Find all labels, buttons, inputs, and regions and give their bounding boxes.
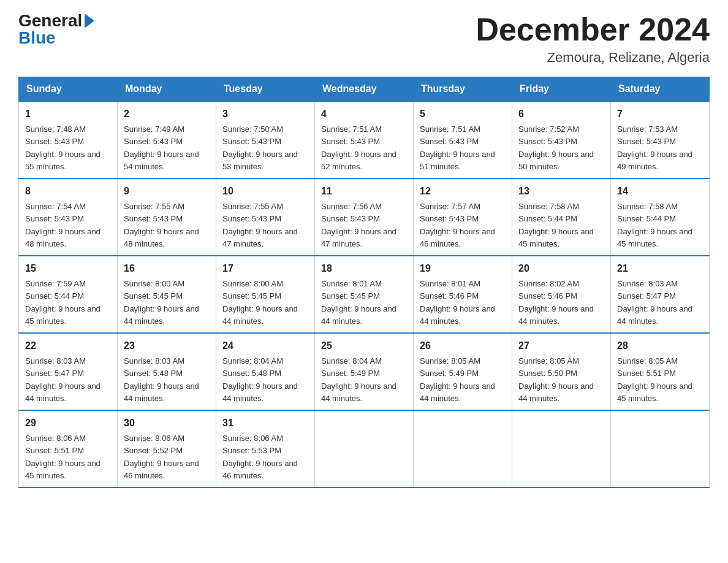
day-info: Sunrise: 7:55 AMSunset: 5:43 PMDaylight:… (124, 202, 199, 248)
calendar-cell: 6 Sunrise: 7:52 AMSunset: 5:43 PMDayligh… (512, 101, 611, 178)
calendar-cell: 22 Sunrise: 8:03 AMSunset: 5:47 PMDaylig… (19, 333, 118, 410)
day-info: Sunrise: 7:56 AMSunset: 5:43 PMDaylight:… (321, 202, 396, 248)
day-info: Sunrise: 7:55 AMSunset: 5:43 PMDaylight:… (222, 202, 298, 248)
day-info: Sunrise: 7:52 AMSunset: 5:43 PMDaylight:… (518, 124, 594, 171)
calendar-cell: 1 Sunrise: 7:48 AMSunset: 5:43 PMDayligh… (19, 101, 118, 178)
calendar-table: SundayMondayTuesdayWednesdayThursdayFrid… (18, 77, 710, 488)
page-header: General Blue December 2024 Zemoura, Reli… (18, 12, 710, 66)
day-number: 29 (25, 416, 111, 431)
calendar-cell: 15 Sunrise: 7:59 AMSunset: 5:44 PMDaylig… (19, 256, 118, 333)
calendar-cell (611, 410, 710, 488)
calendar-cell: 11 Sunrise: 7:56 AMSunset: 5:43 PMDaylig… (315, 178, 414, 256)
day-number: 13 (518, 184, 604, 199)
day-info: Sunrise: 7:48 AMSunset: 5:43 PMDaylight:… (25, 124, 100, 171)
calendar-cell (414, 410, 512, 488)
day-number: 2 (124, 107, 210, 121)
day-info: Sunrise: 7:51 AMSunset: 5:43 PMDaylight:… (420, 124, 495, 171)
day-info: Sunrise: 7:51 AMSunset: 5:43 PMDaylight:… (321, 124, 396, 171)
day-number: 24 (222, 339, 308, 353)
day-info: Sunrise: 8:06 AMSunset: 5:51 PMDaylight:… (25, 434, 100, 480)
calendar-cell: 9 Sunrise: 7:55 AMSunset: 5:43 PMDayligh… (118, 178, 216, 256)
day-info: Sunrise: 7:57 AMSunset: 5:43 PMDaylight:… (420, 202, 495, 248)
day-number: 23 (124, 339, 210, 353)
day-info: Sunrise: 7:54 AMSunset: 5:43 PMDaylight:… (25, 202, 100, 248)
day-header-saturday: Saturday (611, 77, 710, 102)
day-number: 16 (124, 261, 210, 276)
day-header-monday: Monday (118, 77, 216, 102)
day-info: Sunrise: 7:53 AMSunset: 5:43 PMDaylight:… (617, 124, 692, 171)
day-number: 26 (420, 339, 506, 353)
day-number: 11 (321, 184, 407, 199)
day-number: 8 (25, 184, 111, 199)
calendar-cell: 8 Sunrise: 7:54 AMSunset: 5:43 PMDayligh… (19, 178, 118, 256)
day-number: 1 (25, 107, 111, 121)
day-number: 20 (518, 261, 604, 276)
day-number: 4 (321, 107, 407, 121)
day-info: Sunrise: 8:00 AMSunset: 5:45 PMDaylight:… (124, 279, 199, 326)
day-info: Sunrise: 8:03 AMSunset: 5:47 PMDaylight:… (25, 356, 100, 403)
day-info: Sunrise: 8:02 AMSunset: 5:46 PMDaylight:… (518, 279, 594, 326)
calendar-week-row: 8 Sunrise: 7:54 AMSunset: 5:43 PMDayligh… (19, 178, 710, 256)
day-info: Sunrise: 8:03 AMSunset: 5:47 PMDaylight:… (617, 279, 692, 326)
calendar-cell: 24 Sunrise: 8:04 AMSunset: 5:48 PMDaylig… (216, 333, 315, 410)
location-title: Zemoura, Relizane, Algeria (476, 50, 710, 66)
calendar-cell: 28 Sunrise: 8:05 AMSunset: 5:51 PMDaylig… (611, 333, 710, 410)
calendar-cell: 5 Sunrise: 7:51 AMSunset: 5:43 PMDayligh… (414, 101, 512, 178)
day-number: 28 (617, 339, 703, 353)
calendar-cell: 14 Sunrise: 7:58 AMSunset: 5:44 PMDaylig… (611, 178, 710, 256)
calendar-cell: 3 Sunrise: 7:50 AMSunset: 5:43 PMDayligh… (216, 101, 315, 178)
day-info: Sunrise: 7:58 AMSunset: 5:44 PMDaylight:… (617, 202, 692, 248)
day-info: Sunrise: 8:03 AMSunset: 5:48 PMDaylight:… (124, 356, 199, 403)
day-info: Sunrise: 8:05 AMSunset: 5:49 PMDaylight:… (420, 356, 495, 403)
logo-blue-text: Blue (18, 29, 56, 47)
calendar-cell: 7 Sunrise: 7:53 AMSunset: 5:43 PMDayligh… (611, 101, 710, 178)
logo: General Blue (18, 12, 94, 47)
day-number: 18 (321, 261, 407, 276)
logo-arrow-icon (85, 13, 94, 28)
month-title: December 2024 (476, 12, 710, 47)
calendar-week-row: 1 Sunrise: 7:48 AMSunset: 5:43 PMDayligh… (19, 101, 710, 178)
calendar-cell (512, 410, 611, 488)
day-header-thursday: Thursday (414, 77, 512, 102)
calendar-cell: 23 Sunrise: 8:03 AMSunset: 5:48 PMDaylig… (118, 333, 216, 410)
day-info: Sunrise: 8:01 AMSunset: 5:45 PMDaylight:… (321, 279, 396, 326)
day-header-friday: Friday (512, 77, 611, 102)
calendar-cell (315, 410, 414, 488)
day-number: 14 (617, 184, 703, 199)
day-info: Sunrise: 8:05 AMSunset: 5:51 PMDaylight:… (617, 356, 692, 403)
day-number: 27 (518, 339, 604, 353)
calendar-cell: 4 Sunrise: 7:51 AMSunset: 5:43 PMDayligh… (315, 101, 414, 178)
calendar-cell: 31 Sunrise: 8:06 AMSunset: 5:53 PMDaylig… (216, 410, 315, 488)
calendar-week-row: 22 Sunrise: 8:03 AMSunset: 5:47 PMDaylig… (19, 333, 710, 410)
calendar-cell: 19 Sunrise: 8:01 AMSunset: 5:46 PMDaylig… (414, 256, 512, 333)
calendar-cell: 10 Sunrise: 7:55 AMSunset: 5:43 PMDaylig… (216, 178, 315, 256)
calendar-cell: 16 Sunrise: 8:00 AMSunset: 5:45 PMDaylig… (118, 256, 216, 333)
day-info: Sunrise: 8:00 AMSunset: 5:45 PMDaylight:… (222, 279, 298, 326)
calendar-cell: 29 Sunrise: 8:06 AMSunset: 5:51 PMDaylig… (19, 410, 118, 488)
calendar-cell: 2 Sunrise: 7:49 AMSunset: 5:43 PMDayligh… (118, 101, 216, 178)
day-number: 15 (25, 261, 111, 276)
day-info: Sunrise: 7:58 AMSunset: 5:44 PMDaylight:… (518, 202, 594, 248)
day-number: 7 (617, 107, 703, 121)
day-info: Sunrise: 8:01 AMSunset: 5:46 PMDaylight:… (420, 279, 495, 326)
day-info: Sunrise: 7:49 AMSunset: 5:43 PMDaylight:… (124, 124, 199, 171)
calendar-cell: 12 Sunrise: 7:57 AMSunset: 5:43 PMDaylig… (414, 178, 512, 256)
calendar-cell: 26 Sunrise: 8:05 AMSunset: 5:49 PMDaylig… (414, 333, 512, 410)
day-info: Sunrise: 8:06 AMSunset: 5:53 PMDaylight:… (222, 434, 298, 480)
calendar-cell: 25 Sunrise: 8:04 AMSunset: 5:49 PMDaylig… (315, 333, 414, 410)
logo-general-text: General (18, 12, 82, 29)
day-number: 9 (124, 184, 210, 199)
day-number: 6 (518, 107, 604, 121)
day-number: 12 (420, 184, 506, 199)
day-number: 10 (222, 184, 308, 199)
day-number: 22 (25, 339, 111, 353)
day-info: Sunrise: 7:50 AMSunset: 5:43 PMDaylight:… (222, 124, 298, 171)
day-number: 21 (617, 261, 703, 276)
calendar-cell: 30 Sunrise: 8:06 AMSunset: 5:52 PMDaylig… (118, 410, 216, 488)
day-number: 3 (222, 107, 308, 121)
calendar-cell: 21 Sunrise: 8:03 AMSunset: 5:47 PMDaylig… (611, 256, 710, 333)
calendar-week-row: 29 Sunrise: 8:06 AMSunset: 5:51 PMDaylig… (19, 410, 710, 488)
calendar-cell: 27 Sunrise: 8:05 AMSunset: 5:50 PMDaylig… (512, 333, 611, 410)
day-number: 30 (124, 416, 210, 431)
day-header-wednesday: Wednesday (315, 77, 414, 102)
